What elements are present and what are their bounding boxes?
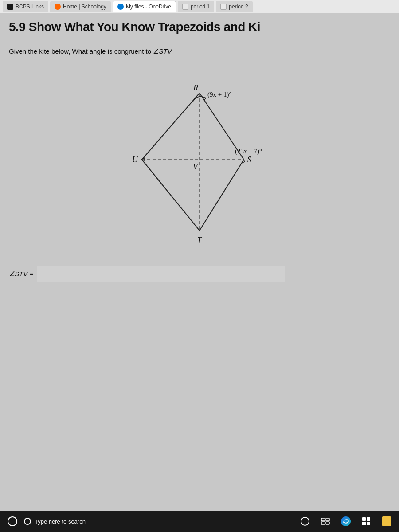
taskbar-icons	[297, 513, 395, 529]
vertex-r: R	[193, 83, 198, 92]
edge-button[interactable]	[338, 513, 354, 529]
svg-rect-7	[321, 518, 325, 521]
cortana-icon	[300, 516, 310, 526]
svg-rect-10	[326, 522, 329, 524]
answer-row: ∠STV =	[9, 266, 390, 282]
diagram-container: R (9x + 1)° S (23x – 7)° T U V	[9, 66, 390, 253]
vertex-v: V	[193, 162, 199, 171]
search-icon	[24, 518, 31, 525]
file-explorer-button[interactable]	[379, 513, 395, 529]
page-title: 5.9 Show What You Know Trapezoids and Ki	[9, 20, 390, 34]
tab-bcps-label: BCPS Links	[16, 4, 44, 10]
tab-schoology-label: Home | Schoology	[63, 4, 106, 10]
tab-bar: BCPS Links Home | Schoology My files - O…	[0, 0, 399, 13]
edge-icon	[341, 516, 351, 526]
answer-input[interactable]	[37, 266, 285, 282]
angle-r-label: (9x + 1)°	[207, 91, 231, 98]
content-area: 5.9 Show What You Know Trapezoids and Ki…	[0, 13, 399, 511]
taskbar-search-label: Type here to search	[35, 518, 86, 525]
vertex-u: U	[132, 155, 138, 164]
svg-rect-8	[326, 518, 329, 521]
apps-button[interactable]	[358, 513, 374, 529]
vertex-s: S	[247, 155, 251, 164]
grid-icon	[362, 517, 370, 525]
svg-line-0	[142, 93, 200, 160]
task-view-button[interactable]	[317, 513, 333, 529]
tab-schoology[interactable]: Home | Schoology	[50, 1, 111, 12]
period1-icon	[182, 4, 188, 10]
tab-onedrive[interactable]: My files - OneDrive	[113, 1, 176, 12]
bcps-icon	[7, 4, 13, 10]
question-area: Given the kite below, What angle is cong…	[9, 47, 390, 504]
tab-period1[interactable]: period 1	[178, 1, 214, 12]
file-explorer-icon	[382, 516, 391, 526]
cortana-button[interactable]	[297, 513, 313, 529]
svg-rect-9	[321, 522, 325, 524]
period2-icon	[220, 4, 227, 10]
windows-start-button[interactable]	[4, 513, 20, 529]
vertex-t: T	[197, 236, 203, 245]
angle-stv-label: ∠STV =	[9, 270, 33, 278]
taskbar: Type here to search	[0, 511, 399, 532]
kite-svg: R (9x + 1)° S (23x – 7)° T U V	[106, 66, 293, 253]
tab-period2[interactable]: period 2	[216, 1, 252, 12]
task-view-icon	[321, 516, 330, 526]
tab-period1-label: period 1	[191, 4, 210, 10]
schoology-icon	[55, 4, 61, 10]
tab-period2-label: period 2	[229, 4, 248, 10]
onedrive-icon	[117, 4, 124, 10]
windows-icon	[8, 516, 17, 526]
svg-line-2	[142, 160, 200, 231]
tab-onedrive-label: My files - OneDrive	[126, 4, 171, 10]
taskbar-search-area[interactable]: Type here to search	[24, 518, 86, 525]
svg-line-3	[200, 160, 244, 231]
question-text: Given the kite below, What angle is cong…	[9, 47, 390, 55]
angle-s-label: (23x – 7)°	[235, 148, 262, 155]
svg-point-6	[301, 517, 309, 525]
tab-bcps[interactable]: BCPS Links	[3, 1, 48, 12]
